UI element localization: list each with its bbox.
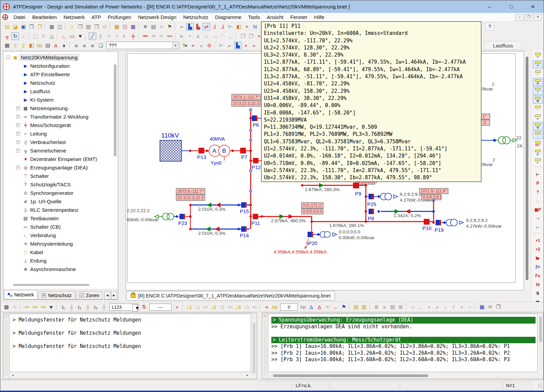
gray-box3-icon[interactable]: ■ xyxy=(89,42,96,49)
close-button[interactable]: ✕ xyxy=(522,0,544,13)
tree-item[interactable]: ⊤ Schalter xyxy=(4,172,112,180)
chart-x-icon[interactable]: × xyxy=(242,42,250,49)
plus2-icon[interactable]: +2 xyxy=(533,245,543,253)
ring-group[interactable]: 2.010A; 0.3% 2.010A; 0.3% P15 P14 xyxy=(189,202,250,238)
if2-icon[interactable]: ↑2 xyxy=(218,303,226,311)
i3-down-icon[interactable]: ↓3 xyxy=(234,303,242,311)
lf-arrow-icon[interactable]: ↓ xyxy=(533,131,543,139)
a-phase-icon[interactable]: A| xyxy=(263,303,270,311)
copy-format-icon[interactable]: ❐ xyxy=(239,33,247,40)
tree-expander[interactable]: + xyxy=(16,166,20,169)
rotate-node-icon[interactable]: ↻ xyxy=(12,33,19,40)
chart-add2-icon[interactable]: ⅃ xyxy=(219,23,226,30)
mirror-icon[interactable]: △ xyxy=(48,33,56,40)
tree-expander[interactable]: + xyxy=(16,140,20,144)
exit-icon[interactable]: ∎ xyxy=(60,42,68,49)
chart-z2-icon[interactable]: ∆ xyxy=(316,303,323,311)
save-icon[interactable]: ▣ xyxy=(20,23,27,30)
tree-item[interactable]: ∟ Verbindung xyxy=(4,231,112,240)
document-tab[interactable]: [R] ENCR C:\ATPDesigner\00_7_1_ATPDesMan… xyxy=(126,291,335,301)
tree-item[interactable]: ø 1p. U/I-Quelle xyxy=(4,197,112,206)
chevron-down-icon[interactable]: ▼ xyxy=(132,304,138,312)
tree-item[interactable]: + ▩ Netzeinspeisung xyxy=(4,104,112,112)
cb1-icon[interactable]: Cb1 xyxy=(23,303,30,311)
tree-item[interactable]: ▭ Schalter (CB) xyxy=(4,223,112,231)
menu-item[interactable]: Ansicht xyxy=(264,13,287,21)
plus1-icon[interactable]: +1 xyxy=(533,236,543,245)
chevron-down-icon[interactable]: ▼ xyxy=(172,42,179,48)
comb3-icon[interactable]: ╫ xyxy=(100,303,108,311)
p11-device[interactable] xyxy=(253,214,258,219)
properties-icon[interactable]: ▤ xyxy=(150,23,157,30)
value-field-zero[interactable]: 0 xyxy=(280,304,298,311)
tree-expander[interactable]: + xyxy=(16,115,20,119)
scrollbar-thumb[interactable] xyxy=(114,64,117,157)
cl-icon[interactable]: CL xyxy=(158,33,165,40)
help-icon[interactable]: ? xyxy=(485,23,494,30)
tree-item[interactable]: + ┿ Mess/Schutzgerät xyxy=(4,121,112,129)
report2-icon[interactable]: ▥ xyxy=(360,303,368,311)
i2-down-icon[interactable]: ↓2 xyxy=(210,303,217,311)
tree-item[interactable]: ⊙ Synchrongenerator xyxy=(4,189,112,197)
nr-chart-icon[interactable]: N xyxy=(251,23,259,30)
mail-icon[interactable]: ✉ xyxy=(486,303,494,311)
close-icon[interactable]: × xyxy=(263,314,267,318)
p13-device[interactable] xyxy=(198,148,204,153)
center-split-icon[interactable]: ╪ xyxy=(129,33,137,40)
delete-icon[interactable]: × xyxy=(186,33,194,40)
chart-l-icon[interactable]: ∟ xyxy=(533,197,543,205)
value-field-dash[interactable]: --- xyxy=(149,304,172,311)
chart-p-icon[interactable]: ▙ xyxy=(194,23,202,30)
lf-circle2-icon[interactable]: ⊙ xyxy=(533,122,543,130)
p10-device[interactable] xyxy=(424,219,430,225)
chart-q-icon[interactable]: ? xyxy=(533,188,543,196)
menu-item[interactable]: Hilfe xyxy=(311,13,328,21)
tree-item[interactable]: ▶ KI-System xyxy=(4,96,112,104)
undo-icon[interactable]: ↺ xyxy=(101,23,108,30)
drag-handle[interactable] xyxy=(264,321,266,375)
node-color-icon[interactable]: ◧ xyxy=(235,23,243,30)
mdi-close-button[interactable]: ✕ xyxy=(534,14,542,21)
tree-expander[interactable]: + xyxy=(16,149,20,152)
tree-item[interactable]: ⊥ Erdung xyxy=(4,256,112,265)
grid-icon[interactable]: ▦ xyxy=(113,23,121,30)
print-icon[interactable]: ▦ xyxy=(48,23,56,30)
updown-icon[interactable]: ⇅ xyxy=(533,289,543,297)
scroll-left-icon[interactable]: ◄ xyxy=(10,373,15,377)
rotate-ccw-icon[interactable]: ◡ xyxy=(227,33,234,40)
line-mode-icon[interactable]: ∟ xyxy=(60,33,68,40)
lf-dots-icon[interactable]: ┅ xyxy=(533,60,543,68)
tab-zonen[interactable]: Z Zonen xyxy=(76,291,103,300)
branch-icon[interactable]: ⊢ xyxy=(227,23,234,30)
mdi-restore-button[interactable]: ❐ xyxy=(525,14,533,21)
lf-dash-icon[interactable]: − xyxy=(533,69,543,77)
pair2-icon[interactable]: ⇤ xyxy=(533,223,543,231)
close-icon[interactable]: × xyxy=(4,314,8,318)
coil2-icon[interactable]: I₂ xyxy=(76,303,83,311)
book-icon[interactable]: ❐ xyxy=(495,303,502,311)
tree-item[interactable]: ⊗ Asynchronmaschine xyxy=(4,265,112,273)
chart-step-icon[interactable]: ⌐ xyxy=(178,23,186,30)
tree-item[interactable]: ∷ Kabel xyxy=(4,248,112,256)
message-vertical-scrollbar[interactable] xyxy=(253,323,255,373)
i-arrow-icon[interactable]: I▶ xyxy=(533,254,543,262)
tree-item[interactable]: - ▣ Netz20kVMittelspannung xyxy=(4,53,112,62)
tree-item[interactable]: ▤ Textbaustein xyxy=(4,214,112,223)
draw2-icon[interactable]: ∟ xyxy=(417,303,425,311)
menu-item[interactable]: Datei xyxy=(10,13,29,21)
lock-icon[interactable]: ∎ xyxy=(194,33,202,40)
perpendicular-icon[interactable]: ⊥ xyxy=(20,33,27,40)
menu-item[interactable]: Fenster xyxy=(287,13,311,21)
z-less-icon[interactable]: Z< xyxy=(533,263,543,271)
save-tree-icon[interactable]: ❐ xyxy=(36,23,43,30)
tree-item[interactable]: + ◎ Erzeugungsanlage (DEA) xyxy=(4,163,112,172)
cb-dropdown-icon[interactable]: ▼ xyxy=(47,303,55,311)
lf-circle-icon[interactable]: ⊖ xyxy=(533,96,543,104)
hatch-icon[interactable]: ▩ xyxy=(3,42,11,49)
draw3-icon[interactable]: ▪ xyxy=(425,303,433,311)
lf-box-icon[interactable]: ▪ xyxy=(533,104,543,112)
list4-icon[interactable]: ⊞ xyxy=(397,303,404,311)
lf-infinity-icon[interactable]: ∞ xyxy=(533,113,543,121)
tab-netzwerk[interactable]: Netzwerk xyxy=(4,290,37,300)
chart-sel-icon[interactable]: ▙ xyxy=(234,42,242,49)
